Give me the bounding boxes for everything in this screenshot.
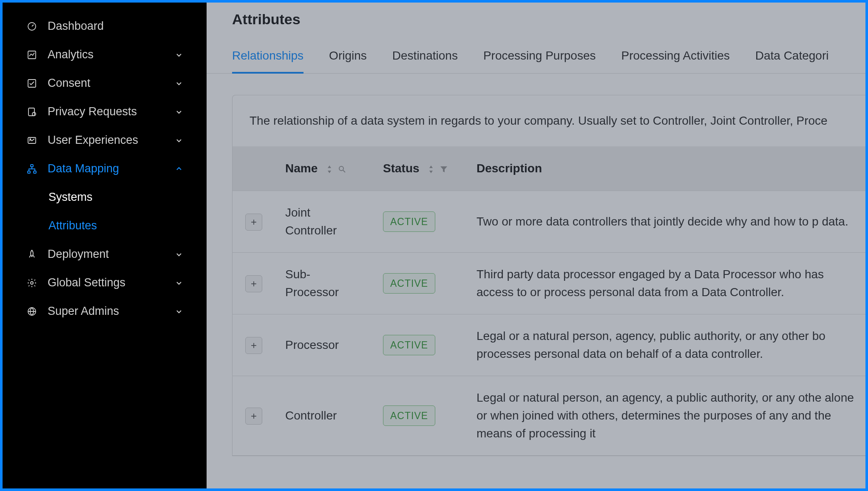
- svg-rect-7: [31, 165, 33, 167]
- tabs: Relationships Origins Destinations Proce…: [207, 40, 865, 74]
- deploy-icon: [26, 249, 37, 260]
- privacy-icon: [26, 106, 37, 117]
- expand-button[interactable]: +: [245, 408, 262, 425]
- chevron-down-icon: [175, 51, 183, 59]
- cell-description: Legal or a natural person, agency, publi…: [466, 314, 865, 376]
- status-badge: ACTIVE: [383, 335, 435, 356]
- sidebar: Dashboard Analytics Consent Privac: [3, 3, 207, 488]
- ux-icon: [26, 135, 37, 146]
- sidebar-item-label: Consent: [48, 77, 175, 90]
- datamap-icon: [26, 163, 37, 174]
- cell-name: Processor: [275, 314, 373, 376]
- page-title: Attributes: [207, 3, 865, 40]
- expand-button[interactable]: +: [245, 275, 262, 292]
- panel-description: The relationship of a data system in reg…: [233, 95, 865, 146]
- dashboard-icon: [26, 21, 37, 32]
- svg-rect-3: [28, 108, 34, 116]
- expand-button[interactable]: +: [245, 214, 262, 231]
- sidebar-item-label: User Experiences: [48, 134, 175, 147]
- settings-icon: [26, 277, 37, 288]
- sidebar-item-label: Deployment: [48, 248, 175, 261]
- svg-rect-8: [28, 171, 30, 173]
- filter-icon[interactable]: [440, 165, 448, 174]
- status-badge: ACTIVE: [383, 211, 435, 232]
- svg-point-10: [31, 282, 33, 284]
- column-description: Description: [466, 146, 865, 191]
- tab-destinations[interactable]: Destinations: [392, 49, 458, 73]
- svg-rect-9: [34, 171, 36, 173]
- cell-name: Sub-Processor: [275, 253, 373, 314]
- sidebar-item-label: Global Settings: [48, 276, 175, 289]
- sidebar-subitem-systems[interactable]: Systems: [3, 183, 207, 211]
- sidebar-item-dashboard[interactable]: Dashboard: [3, 12, 207, 40]
- main-content: Attributes Relationships Origins Destina…: [207, 3, 865, 488]
- column-expand: [233, 146, 275, 191]
- sidebar-subitem-label: Systems: [48, 191, 93, 203]
- table-row: + Sub-Processor ACTIVE Third party data …: [233, 253, 865, 314]
- status-badge: ACTIVE: [383, 405, 435, 426]
- status-badge: ACTIVE: [383, 273, 435, 294]
- cell-description: Third party data processor engaged by a …: [466, 253, 865, 314]
- chevron-down-icon: [175, 108, 183, 116]
- chevron-down-icon: [175, 279, 183, 287]
- cell-name: Joint Controller: [275, 191, 373, 253]
- table-row: + Joint Controller ACTIVE Two or more da…: [233, 191, 865, 253]
- tab-origins[interactable]: Origins: [329, 49, 367, 73]
- sidebar-item-label: Data Mapping: [48, 162, 175, 175]
- chevron-up-icon: [175, 165, 183, 173]
- table-row: + Controller ACTIVE Legal or natural per…: [233, 376, 865, 456]
- panel: The relationship of a data system in reg…: [232, 95, 865, 456]
- attributes-table: Name Status: [233, 146, 865, 456]
- table-row: + Processor ACTIVE Legal or a natural pe…: [233, 314, 865, 376]
- sort-icon[interactable]: [427, 165, 435, 174]
- tab-relationships[interactable]: Relationships: [232, 49, 304, 74]
- expand-button[interactable]: +: [245, 337, 262, 354]
- sidebar-subitem-attributes[interactable]: Attributes: [3, 211, 207, 240]
- cell-name: Controller: [275, 376, 373, 456]
- svg-point-12: [339, 166, 343, 171]
- sidebar-item-super-admins[interactable]: Super Admins: [3, 297, 207, 325]
- tab-processing-activities[interactable]: Processing Activities: [621, 49, 729, 73]
- sidebar-item-global-settings[interactable]: Global Settings: [3, 268, 207, 297]
- sidebar-item-deployment[interactable]: Deployment: [3, 240, 207, 268]
- tab-data-categories[interactable]: Data Categori: [755, 49, 829, 73]
- sidebar-subitem-label: Attributes: [48, 219, 97, 232]
- chevron-down-icon: [175, 137, 183, 144]
- sidebar-item-user-experiences[interactable]: User Experiences: [3, 126, 207, 154]
- sidebar-item-label: Analytics: [48, 48, 175, 61]
- sort-icon[interactable]: [325, 165, 334, 174]
- svg-point-6: [30, 138, 31, 139]
- globe-icon: [26, 306, 37, 317]
- cell-description: Legal or natural person, an agency, a pu…: [466, 376, 865, 456]
- chevron-down-icon: [175, 251, 183, 258]
- sidebar-item-label: Super Admins: [48, 305, 175, 318]
- column-description-label: Description: [477, 162, 542, 175]
- chevron-down-icon: [175, 80, 183, 87]
- tab-processing-purposes[interactable]: Processing Purposes: [483, 49, 596, 73]
- consent-icon: [26, 78, 37, 89]
- column-name-label: Name: [285, 162, 318, 175]
- chevron-down-icon: [175, 308, 183, 315]
- sidebar-item-consent[interactable]: Consent: [3, 69, 207, 97]
- sidebar-item-label: Dashboard: [48, 20, 183, 33]
- analytics-icon: [26, 49, 37, 60]
- column-status-label: Status: [383, 162, 420, 175]
- sidebar-item-label: Privacy Requests: [48, 105, 175, 118]
- column-name[interactable]: Name: [275, 146, 373, 191]
- search-icon[interactable]: [338, 165, 346, 174]
- sidebar-item-data-mapping[interactable]: Data Mapping: [3, 154, 207, 183]
- cell-description: Two or more data controllers that jointl…: [466, 191, 865, 253]
- column-status[interactable]: Status: [373, 146, 466, 191]
- sidebar-item-privacy-requests[interactable]: Privacy Requests: [3, 97, 207, 126]
- sidebar-item-analytics[interactable]: Analytics: [3, 40, 207, 69]
